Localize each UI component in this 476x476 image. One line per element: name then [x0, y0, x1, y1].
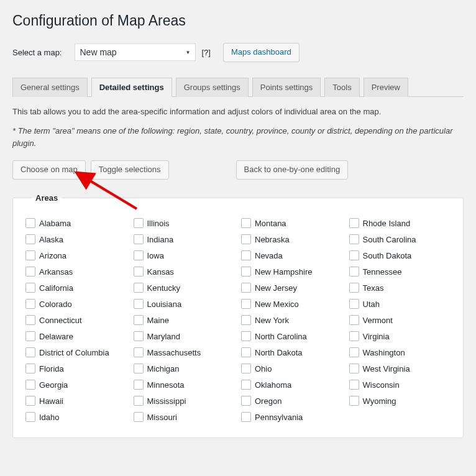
area-checkbox[interactable] — [241, 234, 251, 244]
area-item[interactable]: New Hampshire — [241, 263, 343, 280]
area-item[interactable]: Washington — [349, 344, 451, 360]
area-checkbox[interactable] — [25, 331, 35, 341]
area-checkbox[interactable] — [134, 267, 144, 277]
area-item[interactable]: Pennsylvania — [241, 409, 343, 425]
area-checkbox[interactable] — [241, 396, 251, 406]
area-item[interactable]: Colorado — [25, 296, 127, 312]
area-checkbox[interactable] — [25, 315, 35, 325]
area-checkbox[interactable] — [25, 218, 35, 228]
area-item[interactable]: South Dakota — [349, 247, 451, 263]
area-item[interactable]: Minnesota — [134, 377, 236, 393]
area-item[interactable]: Mississippi — [134, 393, 236, 409]
area-checkbox[interactable] — [134, 396, 144, 406]
area-item[interactable]: Hawaii — [25, 393, 127, 409]
area-checkbox[interactable] — [241, 299, 251, 309]
area-item[interactable]: Kentucky — [134, 280, 236, 296]
area-item[interactable]: Maryland — [134, 328, 236, 344]
area-checkbox[interactable] — [134, 250, 144, 260]
area-item[interactable]: Connecticut — [25, 312, 127, 328]
area-checkbox[interactable] — [134, 331, 144, 341]
area-checkbox[interactable] — [134, 218, 144, 228]
area-item[interactable]: Wyoming — [349, 393, 451, 409]
area-checkbox[interactable] — [134, 234, 144, 244]
area-checkbox[interactable] — [241, 267, 251, 277]
area-checkbox[interactable] — [349, 283, 359, 293]
area-item[interactable]: Virginia — [349, 328, 451, 344]
area-item[interactable]: Idaho — [25, 409, 127, 425]
area-checkbox[interactable] — [349, 380, 359, 390]
area-item[interactable]: Georgia — [25, 377, 127, 393]
toggle-selections-button[interactable]: Toggle selections — [91, 160, 169, 180]
area-checkbox[interactable] — [134, 315, 144, 325]
area-item[interactable]: Texas — [349, 280, 451, 296]
area-checkbox[interactable] — [25, 299, 35, 309]
area-item[interactable]: Indiana — [134, 231, 236, 247]
area-checkbox[interactable] — [241, 347, 251, 357]
help-icon[interactable]: [?] — [202, 48, 211, 57]
maps-dashboard-button[interactable]: Maps dashboard — [223, 43, 300, 62]
area-checkbox[interactable] — [241, 315, 251, 325]
area-item[interactable]: Utah — [349, 296, 451, 312]
area-checkbox[interactable] — [25, 267, 35, 277]
area-item[interactable]: North Dakota — [241, 344, 343, 360]
area-item[interactable]: Missouri — [134, 409, 236, 425]
area-checkbox[interactable] — [349, 299, 359, 309]
area-checkbox[interactable] — [25, 283, 35, 293]
back-to-editing-button[interactable]: Back to one-by-one editing — [236, 160, 349, 180]
area-checkbox[interactable] — [134, 364, 144, 373]
area-checkbox[interactable] — [25, 234, 35, 244]
area-checkbox[interactable] — [349, 250, 359, 260]
choose-on-map-button[interactable]: Choose on map — [12, 160, 86, 180]
tab-points-settings[interactable]: Points settings — [252, 78, 321, 97]
area-item[interactable]: Oklahoma — [241, 377, 343, 393]
area-checkbox[interactable] — [241, 364, 251, 373]
area-checkbox[interactable] — [241, 331, 251, 341]
area-checkbox[interactable] — [25, 396, 35, 406]
area-item[interactable]: Ohio — [241, 360, 343, 377]
area-item[interactable]: Wisconsin — [349, 377, 451, 393]
area-item[interactable]: District of Columbia — [25, 344, 127, 360]
area-item[interactable]: Arizona — [25, 247, 127, 263]
area-checkbox[interactable] — [241, 380, 251, 390]
area-checkbox[interactable] — [25, 412, 35, 422]
area-item[interactable]: Rhode Island — [349, 215, 451, 231]
area-item[interactable]: Montana — [241, 215, 343, 231]
area-item[interactable]: California — [25, 280, 127, 296]
area-checkbox[interactable] — [134, 347, 144, 357]
area-item[interactable]: Kansas — [134, 263, 236, 280]
area-checkbox[interactable] — [25, 250, 35, 260]
area-checkbox[interactable] — [349, 331, 359, 341]
area-item[interactable]: Maine — [134, 312, 236, 328]
area-checkbox[interactable] — [349, 267, 359, 277]
map-select[interactable]: New map — [75, 43, 196, 61]
area-item[interactable]: Oregon — [241, 393, 343, 409]
area-item[interactable]: Tennessee — [349, 263, 451, 280]
area-item[interactable]: New York — [241, 312, 343, 328]
area-item[interactable]: Arkansas — [25, 263, 127, 280]
area-checkbox[interactable] — [134, 412, 144, 422]
area-item[interactable]: Delaware — [25, 328, 127, 344]
area-item[interactable]: New Jersey — [241, 280, 343, 296]
area-checkbox[interactable] — [349, 315, 359, 325]
area-item[interactable]: South Carolina — [349, 231, 451, 247]
area-checkbox[interactable] — [134, 283, 144, 293]
area-item[interactable]: Michigan — [134, 360, 236, 377]
area-item[interactable]: Vermont — [349, 312, 451, 328]
area-item[interactable]: Alaska — [25, 231, 127, 247]
area-item[interactable]: Nevada — [241, 247, 343, 263]
tab-general-settings[interactable]: General settings — [12, 78, 88, 97]
area-item[interactable]: Massachusetts — [134, 344, 236, 360]
area-item[interactable]: Nebraska — [241, 231, 343, 247]
tab-detailed-settings[interactable]: Detailed settings — [91, 78, 172, 97]
area-item[interactable]: Illinois — [134, 215, 236, 231]
area-item[interactable]: Florida — [25, 360, 127, 377]
area-item[interactable]: North Carolina — [241, 328, 343, 344]
area-checkbox[interactable] — [241, 250, 251, 260]
tab-tools[interactable]: Tools — [324, 78, 359, 97]
area-checkbox[interactable] — [25, 364, 35, 373]
area-item[interactable]: New Mexico — [241, 296, 343, 312]
area-checkbox[interactable] — [349, 347, 359, 357]
area-item[interactable]: Alabama — [25, 215, 127, 231]
area-item[interactable]: Louisiana — [134, 296, 236, 312]
area-checkbox[interactable] — [349, 218, 359, 228]
